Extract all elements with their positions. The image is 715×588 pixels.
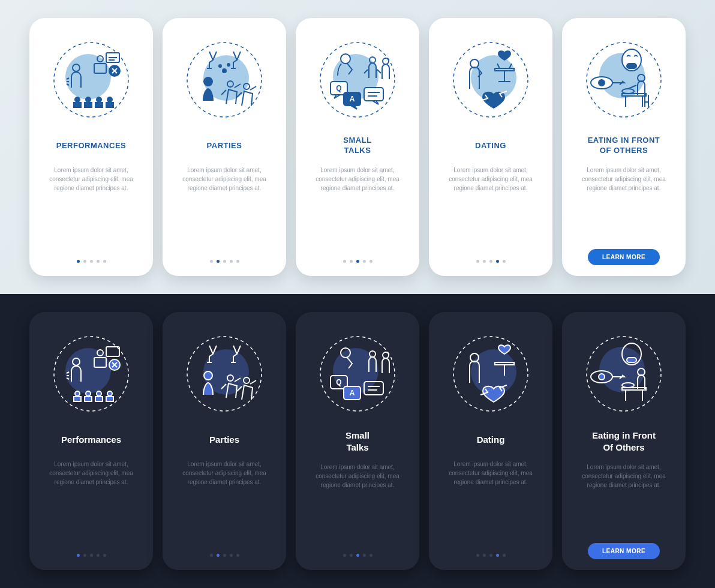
dot[interactable] xyxy=(217,260,220,263)
page-indicator xyxy=(210,554,239,557)
dot[interactable] xyxy=(496,260,499,263)
dot[interactable] xyxy=(483,554,486,557)
card-desc: Lorem ipsum dolor sit amet, consectetur … xyxy=(437,460,544,487)
onboarding-card-eating: Eating in Front Of Others Lorem ipsum do… xyxy=(562,312,686,570)
card-desc: Lorem ipsum dolor sit amet, consectetur … xyxy=(304,166,411,193)
dot[interactable] xyxy=(343,260,346,263)
dark-section: Performances Lorem ipsum dolor sit amet,… xyxy=(0,294,715,588)
dot[interactable] xyxy=(83,260,86,263)
svg-point-47 xyxy=(599,80,605,86)
dot[interactable] xyxy=(223,554,226,557)
card-title: Parties xyxy=(209,430,239,450)
page-indicator xyxy=(476,554,506,557)
svg-point-67 xyxy=(97,391,101,396)
dot[interactable] xyxy=(103,554,106,557)
dot[interactable] xyxy=(230,260,233,263)
dot[interactable] xyxy=(369,260,372,263)
dot[interactable] xyxy=(363,260,366,263)
svg-point-63 xyxy=(75,391,80,396)
dot[interactable] xyxy=(230,554,233,557)
dot[interactable] xyxy=(97,554,100,557)
onboarding-card-dating: DATING Lorem ipsum dolor sit amet, conse… xyxy=(429,18,552,276)
svg-rect-16 xyxy=(106,103,113,107)
svg-point-21 xyxy=(227,64,230,66)
svg-point-15 xyxy=(107,97,112,102)
svg-point-13 xyxy=(97,97,101,102)
svg-text:Q: Q xyxy=(336,378,341,386)
svg-point-80 xyxy=(383,352,389,358)
illustration-dating xyxy=(446,329,536,419)
svg-rect-70 xyxy=(106,397,113,401)
learn-more-button[interactable]: LEARN MORE xyxy=(588,543,660,559)
card-desc: Lorem ipsum dolor sit amet, consectetur … xyxy=(437,166,544,193)
page-indicator xyxy=(210,260,239,263)
svg-point-98 xyxy=(599,374,605,380)
svg-rect-61 xyxy=(106,347,119,356)
dot[interactable] xyxy=(356,260,359,263)
dot[interactable] xyxy=(90,554,93,557)
svg-point-22 xyxy=(204,77,212,86)
dot[interactable] xyxy=(343,554,346,557)
dot[interactable] xyxy=(350,260,353,263)
dot[interactable] xyxy=(489,260,492,263)
svg-rect-66 xyxy=(85,397,92,401)
onboarding-card-performances: PERFORMANCES Lorem ipsum dolor sit amet,… xyxy=(29,18,153,276)
dot[interactable] xyxy=(503,554,506,557)
dot[interactable] xyxy=(77,260,80,263)
dot[interactable] xyxy=(97,260,100,263)
page-indicator xyxy=(77,260,106,263)
svg-rect-12 xyxy=(85,103,92,107)
card-title: PARTIES xyxy=(207,136,242,156)
svg-rect-96 xyxy=(627,358,636,362)
dot[interactable] xyxy=(489,554,492,557)
dot[interactable] xyxy=(350,554,353,557)
onboarding-card-performances: Performances Lorem ipsum dolor sit amet,… xyxy=(29,312,153,570)
dot[interactable] xyxy=(217,554,220,557)
card-title: Performances xyxy=(61,430,121,450)
dot[interactable] xyxy=(476,554,479,557)
dot[interactable] xyxy=(356,554,359,557)
card-desc: Lorem ipsum dolor sit amet, consectetur … xyxy=(171,166,278,193)
dot[interactable] xyxy=(496,554,499,557)
dot[interactable] xyxy=(236,554,239,557)
dot[interactable] xyxy=(476,260,479,263)
card-title: SMALL TALKS xyxy=(343,136,371,156)
card-title: Small Talks xyxy=(346,430,369,453)
illustration-parties xyxy=(179,329,269,419)
illustration-performances xyxy=(46,35,136,125)
dot[interactable] xyxy=(236,260,239,263)
dot[interactable] xyxy=(90,260,93,263)
svg-rect-68 xyxy=(95,397,103,401)
page-indicator xyxy=(343,554,372,557)
page-indicator xyxy=(343,260,372,263)
illustration-small-talks: Q A xyxy=(313,35,402,125)
svg-point-57 xyxy=(65,348,111,394)
onboarding-card-parties: Parties Lorem ipsum dolor sit amet, cons… xyxy=(163,312,286,570)
dot[interactable] xyxy=(223,260,226,263)
page-indicator xyxy=(476,260,506,263)
dot[interactable] xyxy=(483,260,486,263)
illustration-dating xyxy=(446,35,536,125)
card-title: DATING xyxy=(475,136,506,156)
dot[interactable] xyxy=(369,554,372,557)
svg-point-19 xyxy=(223,69,226,73)
dot[interactable] xyxy=(210,260,213,263)
dot[interactable] xyxy=(103,260,106,263)
dot[interactable] xyxy=(77,554,80,557)
svg-point-65 xyxy=(86,391,91,396)
svg-point-20 xyxy=(219,65,221,67)
card-desc: Lorem ipsum dolor sit amet, consectetur … xyxy=(38,166,145,193)
learn-more-button[interactable]: LEARN MORE xyxy=(588,249,660,265)
dot[interactable] xyxy=(210,554,213,557)
dot[interactable] xyxy=(503,260,506,263)
svg-point-9 xyxy=(75,97,80,102)
illustration-parties xyxy=(179,35,269,125)
card-desc: Lorem ipsum dolor sit amet, consectetur … xyxy=(570,463,677,490)
light-section: PERFORMANCES Lorem ipsum dolor sit amet,… xyxy=(0,0,715,294)
dot[interactable] xyxy=(363,554,366,557)
dot[interactable] xyxy=(83,554,86,557)
svg-text:A: A xyxy=(350,389,355,397)
illustration-small-talks: Q A xyxy=(313,329,402,419)
card-title: PERFORMANCES xyxy=(56,136,127,156)
svg-point-39 xyxy=(470,59,479,68)
